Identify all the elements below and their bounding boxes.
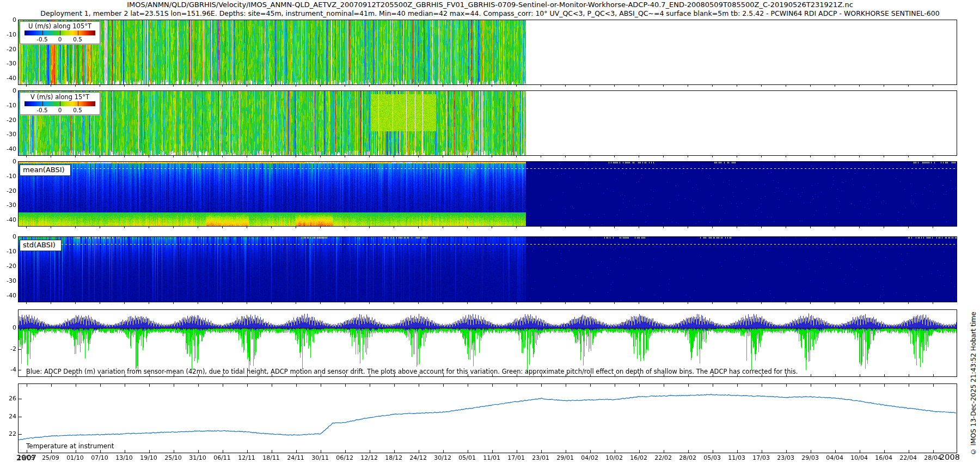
colorbar-tick-mark bbox=[60, 31, 60, 35]
colorbar-tick-mark bbox=[78, 101, 78, 106]
y-tick-label: 0 bbox=[0, 233, 16, 241]
y-tick-label: -2 bbox=[0, 345, 16, 353]
y-tick-label: 0 bbox=[0, 324, 16, 332]
y-tick-label: -30 bbox=[0, 60, 16, 68]
x-tick-date-label: 24/12 bbox=[406, 454, 431, 461]
x-tick-date-label: 31/10 bbox=[185, 454, 210, 461]
depth-variation-annotation: Blue: ADCP Depth (m) variation from sens… bbox=[26, 368, 798, 375]
x-tick-date-label: 28/02 bbox=[675, 454, 700, 461]
temperature-series-label: Temperature at instrument bbox=[26, 442, 114, 450]
x-axis-year-end: 2008 bbox=[940, 453, 960, 461]
x-tick-date-label: 10/04 bbox=[847, 454, 872, 461]
colorbar-tick-label: -0.5 bbox=[36, 107, 48, 113]
panel-u-velocity: U (m/s) along 105°T -0.5 0 0.5 bbox=[18, 20, 957, 85]
x-tick-date-label: 25/10 bbox=[161, 454, 186, 461]
y-tick-label: -10 bbox=[0, 248, 16, 255]
y-tick-label: 0 bbox=[0, 158, 16, 166]
x-tick-date-label: 11/03 bbox=[724, 454, 749, 461]
y-tick-label: -30 bbox=[0, 131, 16, 138]
x-tick-marks-strip bbox=[19, 85, 957, 87]
x-tick-date-label: 17/03 bbox=[749, 454, 774, 461]
x-tick-date-label: 04/04 bbox=[822, 454, 847, 461]
v-colorbar-tick-labels: -0.5 0 0.5 bbox=[24, 106, 95, 113]
y-tick-label: -40 bbox=[0, 145, 16, 153]
x-tick-date-label: 13/10 bbox=[112, 454, 137, 461]
x-tick-date-label: 01/10 bbox=[63, 454, 88, 461]
y-tick-label: -20 bbox=[0, 46, 16, 53]
figure-subtitle-deployment-info: Deployment 1, member 2 lat=23.51S lon=15… bbox=[0, 9, 980, 17]
depth-variation-canvas bbox=[19, 310, 957, 376]
v-velocity-colorbar: V (m/s) along 15°T -0.5 0 0.5 bbox=[20, 92, 100, 115]
colorbar-tick-mark bbox=[60, 101, 60, 106]
y-tick-label: -4 bbox=[0, 366, 16, 374]
panel-temperature: Temperature at instrument bbox=[18, 383, 957, 453]
x-tick-date-label: 18/11 bbox=[259, 454, 284, 461]
y-tick-label: -40 bbox=[0, 75, 16, 82]
u-colorbar-gradient bbox=[24, 31, 95, 35]
x-tick-date-label: 06/11 bbox=[210, 454, 235, 461]
x-tick-date-label: 05/03 bbox=[700, 454, 725, 461]
v-colorbar-gradient bbox=[24, 101, 95, 106]
y-tick-label: -10 bbox=[0, 102, 16, 109]
x-tick-date-label: 25/09 bbox=[38, 454, 63, 461]
y-tick-label: 24 bbox=[0, 413, 16, 421]
std-absi-label: std(ABSI) bbox=[20, 240, 62, 251]
x-tick-date-label: 22/02 bbox=[651, 454, 676, 461]
u-colorbar-tick-labels: -0.5 0 0.5 bbox=[24, 35, 95, 42]
x-tick-date-label: 10/02 bbox=[602, 454, 627, 461]
y-tick-label: -20 bbox=[0, 263, 16, 270]
y-tick-label: 0 bbox=[0, 16, 16, 24]
y-tick-label: 22 bbox=[0, 430, 16, 438]
x-tick-date-label: 19/10 bbox=[136, 454, 161, 461]
colorbar-tick-label: 0 bbox=[58, 107, 62, 113]
y-tick-label: -40 bbox=[0, 292, 16, 300]
figure-title-filename: IMOS/ANMN/QLD/GBRHIS/Velocity/IMOS_ANMN-… bbox=[0, 1, 980, 9]
colorbar-tick-label: 0.5 bbox=[73, 36, 82, 42]
mean-absi-label: mean(ABSI) bbox=[20, 165, 71, 176]
x-tick-date-label: 29/01 bbox=[553, 454, 578, 461]
x-tick-date-label: 11/01 bbox=[479, 454, 504, 461]
x-tick-date-label: 04/02 bbox=[577, 454, 602, 461]
y-tick-label: 0 bbox=[0, 87, 16, 95]
x-tick-date-label: 22/04 bbox=[896, 454, 921, 461]
colorbar-tick-label: 0.5 bbox=[73, 107, 82, 113]
x-tick-marks-strip bbox=[19, 156, 957, 157]
x-tick-date-label: 16/02 bbox=[626, 454, 651, 461]
u-velocity-colorbar: U (m/s) along 105°T -0.5 0 0.5 bbox=[20, 21, 100, 44]
x-tick-date-label: 12/11 bbox=[234, 454, 259, 461]
std-absi-heatmap-canvas bbox=[19, 237, 957, 302]
x-tick-date-label: 06/12 bbox=[332, 454, 357, 461]
x-tick-date-label: 07/10 bbox=[87, 454, 112, 461]
x-tick-date-label: 05/01 bbox=[455, 454, 480, 461]
y-tick-label: -10 bbox=[0, 31, 16, 39]
x-axis-year-start: 2007 bbox=[16, 453, 36, 462]
panel-mean-absi: mean(ABSI) bbox=[18, 161, 957, 227]
x-tick-marks-strip bbox=[19, 227, 957, 228]
u-colorbar-title: U (m/s) along 105°T bbox=[22, 22, 98, 30]
u-velocity-heatmap-canvas bbox=[19, 20, 957, 84]
panel-std-absi: std(ABSI) bbox=[18, 236, 957, 302]
v-colorbar-title: V (m/s) along 15°T bbox=[22, 93, 98, 101]
colorbar-tick-label: 0 bbox=[58, 36, 62, 42]
y-tick-label: -10 bbox=[0, 173, 16, 180]
x-tick-date-label: 18/12 bbox=[381, 454, 406, 461]
x-tick-date-label: 29/03 bbox=[798, 454, 823, 461]
colorbar-tick-mark bbox=[42, 101, 43, 106]
y-tick-label: -30 bbox=[0, 202, 16, 209]
x-tick-date-label: 12/12 bbox=[357, 454, 382, 461]
x-tick-date-label: 30/12 bbox=[430, 454, 455, 461]
y-tick-label: -30 bbox=[0, 277, 16, 285]
panel-v-velocity: V (m/s) along 15°T -0.5 0 0.5 bbox=[18, 90, 957, 156]
imos-copyright-watermark: © IMOS 13-Dec-2025 21:43:52 Hobart time bbox=[970, 245, 977, 455]
x-tick-date-label: 23/01 bbox=[528, 454, 553, 461]
x-tick-marks-strip bbox=[19, 302, 957, 304]
y-tick-label: -20 bbox=[0, 187, 16, 195]
colorbar-tick-mark bbox=[78, 31, 78, 35]
colorbar-tick-mark bbox=[42, 31, 43, 35]
x-tick-date-label: 23/03 bbox=[773, 454, 798, 461]
x-tick-date-label: 24/11 bbox=[283, 454, 308, 461]
y-tick-label: -20 bbox=[0, 117, 16, 124]
colorbar-tick-label: -0.5 bbox=[36, 36, 48, 42]
mean-absi-heatmap-canvas bbox=[19, 162, 957, 226]
y-tick-label: 26 bbox=[0, 395, 16, 403]
